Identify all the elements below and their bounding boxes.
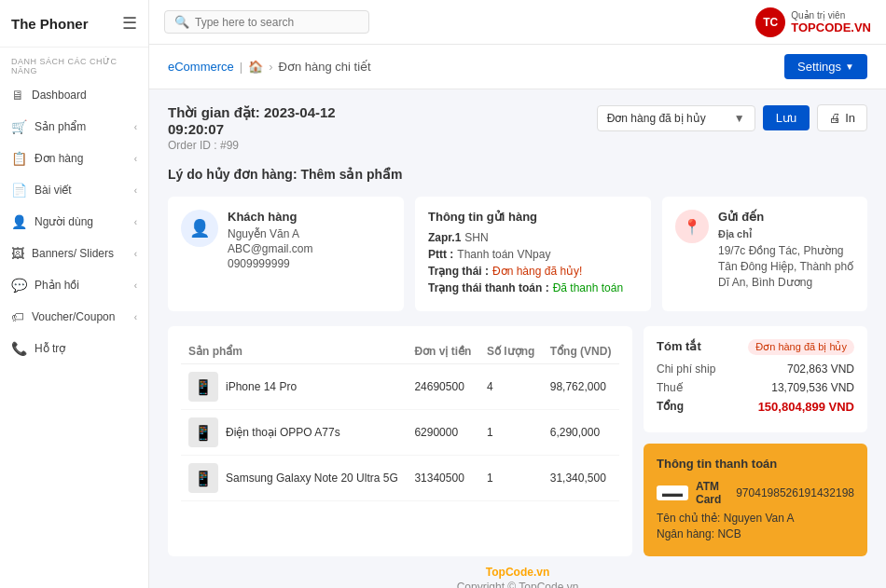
admin-label: Quản trị viên — [791, 10, 871, 21]
card-number: 9704198526191432198 — [736, 486, 854, 499]
delivery-card: 📍 Gửi đến Địa chỉ 19/7c Đồng Tác, Phường… — [662, 197, 867, 311]
atm-card-icon: ▬▬ — [657, 485, 688, 500]
sidebar-logo: The Phoner ☰ — [0, 0, 148, 48]
delivery-address-label: Địa chỉ — [718, 227, 854, 241]
topbar-right: TC Quản trị viên TOPCODE.VN — [755, 7, 871, 37]
footer-copyright: Copyright © TopCode.vn — [177, 581, 858, 588]
customer-phone: 0909999999 — [228, 257, 313, 270]
menu-icon[interactable]: ☰ — [122, 13, 137, 34]
product-price: 24690500 — [407, 364, 479, 410]
holder-row: Tên chủ thẻ: Nguyen Van A — [657, 512, 854, 525]
print-button[interactable]: 🖨 In — [817, 104, 867, 131]
page-footer: TopCode.vn Copyright © TopCode.vn Golden… — [168, 556, 867, 588]
ship-label: Chi phí ship — [657, 362, 715, 376]
cancelled-badge: Đơn hàng đã bị hủy — [748, 339, 854, 355]
sidebar-item-label: Phản hồi — [35, 279, 79, 292]
summary-title: Tóm tắt — [657, 339, 701, 353]
map-pin-icon: 📍 — [683, 218, 701, 236]
topbar-logo-img: TC — [755, 7, 785, 37]
ship-shn: SHN — [464, 231, 488, 244]
ship-zapr-row: Zapr.1 SHN — [428, 231, 638, 244]
table-row: 📱 iPhone 14 Pro 24690500 4 98,762,000 — [181, 364, 619, 410]
sidebar-item-phan-hoi[interactable]: 💬 Phản hồi ‹ — [0, 269, 148, 301]
chevron-icon: ‹ — [134, 154, 137, 164]
sidebar-item-bai-viet[interactable]: 📄 Bài viết ‹ — [0, 174, 148, 206]
products-summary-row: Sản phẩm Đơn vị tiền Số lượng Tổng (VND)… — [168, 326, 867, 556]
product-name: Điện thoại OPPO A77s — [226, 426, 340, 439]
sidebar-item-label: Bài viết — [35, 184, 72, 197]
chevron-icon: ‹ — [134, 217, 137, 227]
chevron-down-icon: ▼ — [845, 62, 854, 72]
search-input[interactable] — [195, 16, 353, 29]
product-qty: 4 — [479, 364, 543, 410]
sidebar-item-nguoi-dung[interactable]: 👤 Người dùng ‹ — [0, 206, 148, 238]
products-table: Sản phẩm Đơn vị tiền Số lượng Tổng (VND)… — [181, 339, 619, 501]
card-label: ATM Card — [696, 480, 728, 506]
topbar-brand: Quản trị viên TOPCODE.VN — [791, 10, 871, 34]
sidebar-item-voucher[interactable]: 🏷 Voucher/Coupon ‹ — [0, 301, 148, 333]
dashboard-icon: 🖥 — [11, 88, 24, 103]
sidebar-item-don-hang[interactable]: 📋 Đơn hàng ‹ — [0, 143, 148, 174]
status-label: Đơn hàng đã bị hủy — [607, 112, 706, 125]
shipping-card-title: Thông tin gửi hàng — [428, 210, 638, 224]
sidebar-section-label: DANH SÁCH CÁC CHỨC NĂNG — [0, 48, 148, 79]
pay-status-label: Trạng thái thanh toán : — [428, 281, 549, 294]
main-content: 🔍 TC Quản trị viên TOPCODE.VN eCommerce … — [149, 0, 886, 588]
sidebar-item-ho-tro[interactable]: 📞 Hỗ trợ — [0, 333, 148, 364]
status-dropdown[interactable]: Đơn hàng đã bị hủy ▼ — [597, 105, 755, 131]
breadcrumb-sep1: | — [240, 60, 242, 74]
topbar-logo-box: TC Quản trị viên TOPCODE.VN — [755, 7, 871, 37]
sidebar-item-dashboard[interactable]: 🖥 Dashboard — [0, 79, 148, 111]
product-name: Samsung Galaxy Note 20 Ultra 5G — [226, 472, 398, 485]
pay-status-value: Đã thanh toán — [553, 281, 623, 294]
products-table-wrap: Sản phẩm Đơn vị tiền Số lượng Tổng (VND)… — [168, 326, 632, 556]
col-don-vi-tien: Đơn vị tiền — [407, 339, 479, 364]
search-icon: 🔍 — [174, 15, 189, 29]
order-id: Order ID : #99 — [168, 139, 336, 152]
breadcrumb-home-icon[interactable]: 🏠 — [248, 60, 263, 74]
order-time-info: Thời gian đặt: 2023-04-12 09:20:07 Order… — [168, 104, 336, 152]
sidebar-item-label: Người dùng — [35, 215, 93, 228]
order-time-value: 09:20:07 — [168, 121, 336, 137]
settings-button[interactable]: Settings ▼ — [784, 54, 867, 79]
delivery-icon-wrap: 📍 — [675, 210, 709, 243]
search-box[interactable]: 🔍 — [164, 10, 369, 34]
tax-val: 13,709,536 VND — [771, 381, 854, 394]
brand-name: TOPCODE.VN — [791, 21, 871, 34]
cancel-reason: Lý do hủy đơn hàng: Thêm sản phẩm — [168, 167, 867, 182]
breadcrumb-bar: eCommerce | 🏠 › Đơn hàng chi tiết Settin… — [149, 45, 886, 89]
delivery-address: 19/7c Đồng Tác, Phường Tân Đông Hiệp, Th… — [718, 243, 854, 290]
customer-email: ABC@gmail.com — [228, 242, 313, 255]
ship-val: 702,863 VND — [787, 362, 854, 376]
print-label: In — [845, 111, 855, 125]
logo-text: The Phoner — [11, 16, 89, 32]
order-header: Thời gian đặt: 2023-04-12 09:20:07 Order… — [168, 104, 867, 152]
dropdown-chevron-icon: ▼ — [734, 112, 745, 125]
sidebar: The Phoner ☰ DANH SÁCH CÁC CHỨC NĂNG 🖥 D… — [0, 0, 149, 588]
order-time-label: Thời gian đặt: 2023-04-12 — [168, 104, 336, 121]
product-price: 31340500 — [407, 456, 479, 501]
card-icon-row: ▬▬ ATM Card 9704198526191432198 — [657, 480, 854, 506]
sidebar-item-label: Banners/ Sliders — [32, 247, 114, 260]
page-body: Thời gian đặt: 2023-04-12 09:20:07 Order… — [149, 89, 886, 588]
sidebar-item-banners[interactable]: 🖼 Banners/ Sliders ‹ — [0, 238, 148, 269]
ho-tro-icon: 📞 — [11, 341, 27, 356]
bank-label: Ngân hàng: — [657, 527, 714, 540]
luu-button[interactable]: Lưu — [763, 105, 810, 130]
banners-icon: 🖼 — [11, 246, 24, 261]
customer-avatar: 👤 — [181, 210, 218, 247]
sidebar-item-label: Dashboard — [32, 89, 87, 102]
col-san-pham: Sản phẩm — [181, 339, 407, 364]
card-stripe: ▬▬ — [662, 487, 683, 499]
bai-viet-icon: 📄 — [11, 183, 27, 198]
breadcrumb-ecommerce[interactable]: eCommerce — [168, 60, 234, 74]
summary-box: Tóm tắt Đơn hàng đã bị hủy Chi phí ship … — [644, 326, 867, 432]
payment-title: Thông tin thanh toán — [657, 457, 854, 471]
product-price: 6290000 — [407, 410, 479, 456]
ship-status-row: Trạng thái : Đơn hàng đã hủy! — [428, 265, 638, 278]
sidebar-item-san-pham[interactable]: 🛒 Sản phẩm ‹ — [0, 111, 148, 143]
user-icon: 👤 — [189, 218, 210, 239]
san-pham-icon: 🛒 — [11, 119, 27, 134]
breadcrumb-sep2: › — [269, 60, 272, 74]
bank-name: NCB — [717, 527, 741, 540]
